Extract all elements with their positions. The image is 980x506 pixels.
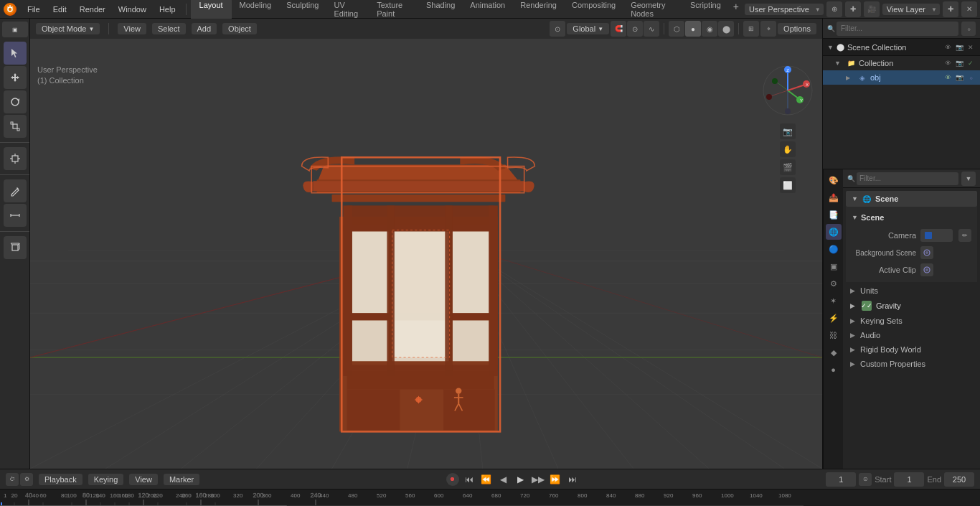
collection-exclude-icon[interactable]: ✓ bbox=[966, 58, 976, 68]
gizmo-btn[interactable]: ⌖ bbox=[760, 21, 776, 37]
rotate-tool[interactable] bbox=[4, 90, 27, 113]
frame-sync-btn[interactable]: ⊙ bbox=[859, 473, 872, 486]
scene-copy-icon[interactable]: ⊕ bbox=[826, 1, 842, 17]
tab-compositing[interactable]: Compositing bbox=[565, 0, 623, 20]
wireframe-shading-btn[interactable]: ⬡ bbox=[669, 21, 684, 37]
rigid-body-section[interactable]: ▶ Rigid Body World bbox=[846, 342, 977, 357]
snap-icon[interactable]: 🧲 bbox=[611, 21, 626, 37]
collection-render-icon[interactable]: 📷 bbox=[954, 58, 964, 68]
nav-gizmo[interactable]: Z Y X bbox=[762, 65, 814, 116]
tab-scripting[interactable]: Scripting bbox=[683, 0, 728, 20]
tab-rendering[interactable]: Rendering bbox=[513, 0, 564, 20]
viewport-select-menu[interactable]: Select bbox=[152, 23, 186, 34]
material-props-icon[interactable]: ● bbox=[826, 362, 842, 378]
data-props-icon[interactable]: ◆ bbox=[826, 345, 842, 360]
render-menu[interactable]: Render bbox=[74, 4, 111, 15]
play-btn[interactable]: ▶ bbox=[514, 472, 528, 487]
audio-section[interactable]: ▶ Audio bbox=[846, 328, 977, 342]
view-btn[interactable]: View bbox=[129, 474, 158, 485]
tab-shading[interactable]: Shading bbox=[419, 0, 462, 20]
object-mode-btn[interactable]: Object Mode ▼ bbox=[36, 23, 100, 34]
keying-sets-section[interactable]: ▶ Keying Sets bbox=[846, 314, 977, 328]
current-frame-input[interactable] bbox=[826, 472, 856, 487]
view-layer-remove-icon[interactable]: ✕ bbox=[961, 1, 977, 17]
global-pivot-icon[interactable]: ⊙ bbox=[550, 21, 565, 37]
tab-layout[interactable]: Layout bbox=[191, 0, 232, 20]
marker-btn[interactable]: Marker bbox=[164, 474, 199, 485]
measure-tool[interactable] bbox=[4, 204, 27, 227]
rendered-shading-btn[interactable]: ⬤ bbox=[718, 21, 734, 37]
scene-section-header[interactable]: ▼ 🌐 Scene bbox=[846, 191, 977, 207]
move-tool[interactable] bbox=[4, 66, 27, 89]
step-forward-btn[interactable]: ⏩ bbox=[548, 472, 562, 487]
world-props-icon[interactable]: 🔵 bbox=[826, 241, 842, 257]
add-workspace-tab[interactable]: + bbox=[729, 0, 743, 20]
next-frame-btn[interactable]: ▶▶ bbox=[531, 472, 545, 487]
jump-start-btn[interactable]: ⏮ bbox=[462, 472, 476, 487]
scene-new-icon[interactable]: ✚ bbox=[845, 1, 861, 17]
timeline-settings-btn[interactable]: ⚙ bbox=[20, 473, 33, 486]
viewport-view-menu[interactable]: View bbox=[118, 23, 146, 34]
jump-end-btn[interactable]: ⏭ bbox=[565, 472, 580, 487]
hand-tool-btn[interactable]: ✋ bbox=[780, 141, 796, 157]
camera-view-btn[interactable]: 📷 bbox=[780, 123, 796, 139]
outliner-search-input[interactable] bbox=[837, 22, 958, 36]
options-btn[interactable]: Options bbox=[778, 23, 816, 34]
render-props-icon[interactable]: 🎨 bbox=[826, 172, 842, 188]
playback-btn[interactable]: Playback bbox=[39, 474, 83, 485]
render-preview-btn[interactable]: ⬜ bbox=[780, 177, 796, 193]
constraints-props-icon[interactable]: ⛓ bbox=[826, 327, 842, 343]
custom-props-section[interactable]: ▶ Custom Properties bbox=[846, 357, 977, 371]
tab-animation[interactable]: Animation bbox=[463, 0, 512, 20]
cursor-tool[interactable] bbox=[4, 42, 27, 65]
scene-props-icon[interactable]: 🌐 bbox=[826, 224, 842, 240]
prev-frame-btn[interactable]: ◀ bbox=[496, 472, 511, 487]
bg-scene-icon-btn[interactable] bbox=[920, 246, 933, 259]
scene-collection-exclude[interactable]: ✕ bbox=[966, 42, 976, 52]
window-menu[interactable]: Window bbox=[113, 4, 152, 15]
view-layer-props-icon[interactable]: 📑 bbox=[826, 207, 842, 222]
obj-modifier-icon[interactable]: ⬦ bbox=[966, 72, 976, 83]
timeline-icon-btn[interactable]: ⏱ bbox=[6, 473, 19, 486]
active-clip-icon-btn[interactable] bbox=[920, 263, 933, 276]
annotate-tool[interactable] bbox=[4, 179, 27, 202]
help-menu[interactable]: Help bbox=[154, 4, 182, 15]
transform-space-btn[interactable]: Global ▼ bbox=[567, 23, 609, 34]
edit-menu[interactable]: Edit bbox=[47, 4, 72, 15]
start-frame-input[interactable] bbox=[894, 472, 924, 487]
camera-perspective-btn[interactable]: 🎬 bbox=[780, 159, 796, 175]
view-layer-new-icon[interactable]: ✚ bbox=[943, 1, 958, 17]
tab-sculpting[interactable]: Sculpting bbox=[279, 0, 326, 20]
keying-btn[interactable]: Keying bbox=[88, 474, 124, 485]
output-props-icon[interactable]: 📤 bbox=[826, 189, 842, 205]
collection-visibility-icon[interactable]: 👁 bbox=[943, 58, 953, 68]
obj-visibility-icon[interactable]: 👁 bbox=[943, 72, 953, 83]
particle-props-icon[interactable]: ✶ bbox=[826, 293, 842, 309]
obj-row[interactable]: ▶ ◈ obj 👁 📷 ⬦ bbox=[823, 70, 980, 85]
modifier-props-icon[interactable]: ⚙ bbox=[826, 276, 842, 291]
outliner-filter-btn[interactable]: ⬦ bbox=[961, 22, 976, 36]
transform-tool[interactable] bbox=[4, 147, 27, 170]
tab-modeling[interactable]: Modeling bbox=[232, 0, 279, 20]
timeline-ruler[interactable]: 40 80 120 160 200 240 20 60 100 140 160 … bbox=[0, 489, 980, 506]
overlay-btn[interactable]: ⊞ bbox=[743, 21, 759, 37]
collection-row[interactable]: ▼ 📁 Collection 👁 📷 ✓ bbox=[823, 56, 980, 70]
graph-icon[interactable]: ∿ bbox=[644, 21, 659, 37]
properties-search-input[interactable] bbox=[857, 172, 958, 185]
material-shading-btn[interactable]: ◉ bbox=[702, 21, 717, 37]
camera-edit-btn[interactable]: ✏ bbox=[958, 229, 971, 242]
camera-value[interactable] bbox=[920, 229, 953, 242]
solid-shading-btn[interactable]: ● bbox=[685, 21, 701, 37]
units-section[interactable]: ▶ Units bbox=[846, 284, 977, 298]
end-frame-input[interactable] bbox=[944, 472, 974, 487]
tab-geometry-nodes[interactable]: Geometry Nodes bbox=[623, 0, 682, 20]
add-cube-tool[interactable] bbox=[4, 236, 27, 259]
tab-texture-paint[interactable]: Texture Paint bbox=[369, 0, 418, 20]
viewport-add-menu[interactable]: Add bbox=[192, 23, 217, 34]
file-menu[interactable]: File bbox=[22, 4, 46, 15]
properties-filter-btn[interactable]: ▼ bbox=[961, 172, 976, 186]
view-layer-selector[interactable]: View Layer ▼ bbox=[882, 4, 940, 15]
step-back-btn[interactable]: ⏪ bbox=[479, 472, 494, 487]
scene-collection-visibility[interactable]: 👁 bbox=[943, 42, 953, 52]
proportional-edit-icon[interactable]: ⊙ bbox=[627, 21, 643, 37]
